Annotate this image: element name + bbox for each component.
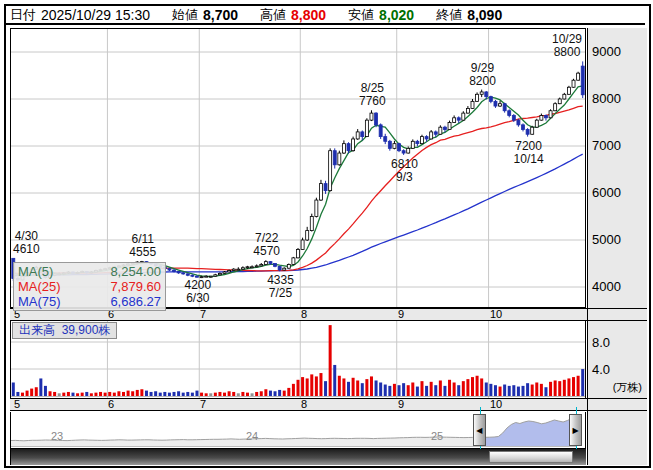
month-label-5b: 5 — [14, 398, 20, 410]
price-tick-6000: 6000 — [592, 185, 621, 200]
scrollbar-thumb[interactable] — [489, 451, 573, 463]
month-label-8: 8 — [301, 308, 307, 320]
high-value: 8,800 — [291, 7, 326, 23]
close-value: 8,090 — [467, 7, 502, 23]
price-tick-4000: 4000 — [592, 279, 621, 294]
chart-annotation: 4/304610 — [13, 230, 40, 256]
volume-title: 出来高 — [19, 323, 55, 337]
month-label-9b: 9 — [398, 398, 404, 410]
ma5-label: MA(5) — [18, 264, 53, 279]
chart-annotation: 43357/25 — [267, 274, 294, 300]
navigator-left-handle[interactable]: ◀ — [473, 414, 486, 446]
month-label-9: 9 — [398, 308, 404, 320]
volume-readout: 出来高 39,900株 — [12, 322, 117, 339]
low-value: 8,020 — [379, 7, 414, 23]
month-label-6b: 6 — [108, 398, 114, 410]
chart-annotation: 6/114555 — [129, 233, 156, 259]
year-label-23: 23 — [51, 430, 63, 442]
price-tick-7000: 7000 — [592, 138, 621, 153]
high-label: 高値 — [260, 6, 286, 24]
chart-annotation: 10/298800 — [552, 33, 582, 59]
year-label-25: 25 — [431, 430, 443, 442]
date-label: 日付 — [10, 6, 36, 24]
year-label-24: 24 — [246, 430, 258, 442]
chart-annotation: 68109/3 — [391, 158, 418, 184]
month-label-8b: 8 — [301, 398, 307, 410]
horizontal-scrollbar[interactable] — [10, 449, 586, 465]
price-tick-5000: 5000 — [592, 232, 621, 247]
price-tick-8000: 8000 — [592, 91, 621, 106]
ma25-value: 7,879.60 — [110, 279, 161, 294]
date-navigator[interactable]: 23 24 25 ◀ ▶ — [10, 412, 586, 449]
ma5-value: 8,254.00 — [110, 264, 161, 279]
ma75-label: MA(75) — [18, 294, 61, 309]
ma-legend: MA(5)8,254.00 MA(25)7,879.60 MA(75)6,686… — [13, 262, 166, 311]
left-arrow-icon: ◀ — [476, 426, 482, 435]
quote-header: 日付 2025/10/29 15:30 始値 8,700 高値 8,800 安値… — [6, 6, 645, 25]
price-tick-9000: 9000 — [592, 44, 621, 59]
open-value: 8,700 — [203, 7, 238, 23]
month-label-10b: 10 — [490, 398, 502, 410]
volume-chart: 出来高 39,900株 — [10, 321, 586, 398]
navigator-canvas — [11, 412, 585, 448]
volume-unit-label: (万株) — [613, 380, 642, 395]
date-value: 2025/10/29 15:30 — [41, 7, 150, 23]
chart-annotation: 42006/30 — [184, 279, 211, 305]
right-arrow-icon: ▶ — [572, 426, 578, 435]
chart-annotation: 720010/14 — [514, 140, 544, 166]
ma75-value: 6,686.27 — [110, 294, 161, 309]
month-label-7b: 7 — [200, 398, 206, 410]
month-label-10: 10 — [490, 308, 502, 320]
chart-annotation: 7/224570 — [253, 232, 280, 258]
month-label-7: 7 — [200, 308, 206, 320]
axis-divider-line — [587, 28, 588, 465]
volume-value: 39,900株 — [62, 323, 111, 337]
chart-annotation: 8/257760 — [359, 82, 386, 108]
close-label: 終値 — [436, 6, 462, 24]
volume-xaxis: 5 6 7 8 9 10 — [10, 398, 647, 411]
chart-annotation: 9/298200 — [469, 62, 496, 88]
ma25-label: MA(25) — [18, 279, 61, 294]
open-label: 始値 — [172, 6, 198, 24]
stock-chart-app: { "header": { "date_label": "日付", "date_… — [0, 0, 653, 470]
volume-tick-8: 8.0 — [592, 335, 610, 350]
navigator-right-handle[interactable]: ▶ — [569, 414, 582, 446]
volume-tick-4: 4.0 — [592, 362, 610, 377]
price-chart: MA(5)8,254.00 MA(25)7,879.60 MA(75)6,686… — [10, 28, 586, 308]
low-label: 安値 — [348, 6, 374, 24]
